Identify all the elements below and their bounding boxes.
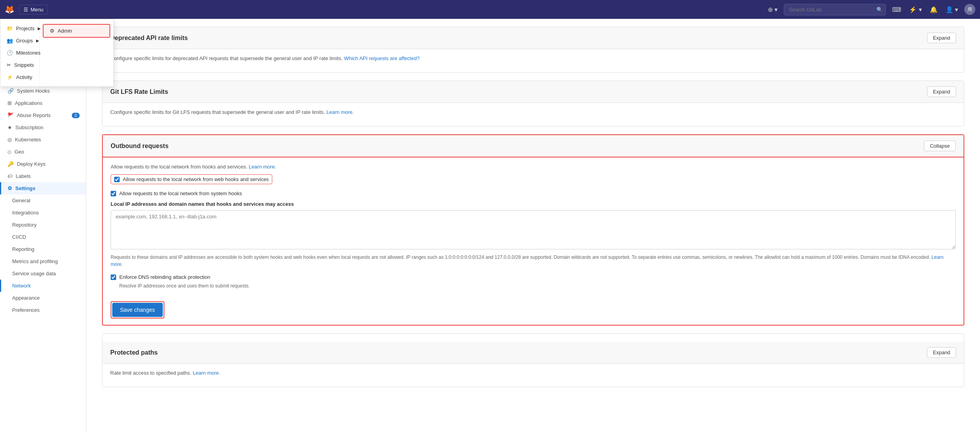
subscription-label: Subscription <box>15 124 44 130</box>
outbound-desc-text: Allow requests to the local network from… <box>111 164 247 170</box>
integrations-label: Integrations <box>12 210 39 216</box>
allow-system-hooks-checkbox[interactable] <box>111 191 116 196</box>
dns-desc: Resolve IP addresses once and uses them … <box>119 283 956 289</box>
sidebar-item-deploy-keys[interactable]: 🔑 Deploy Keys <box>0 158 86 170</box>
protected-paths-title: Protected paths <box>110 349 158 356</box>
deprecated-api-section: Deprecated API rate limits Expand Config… <box>102 27 964 73</box>
dropdown-snippets[interactable]: ✂ Snippets <box>0 59 39 71</box>
metrics-label: Metrics and profiling <box>12 258 58 264</box>
admin-label: Admin <box>58 28 72 34</box>
protected-paths-header: Protected paths Expand <box>102 342 964 364</box>
snippets-label: Snippets <box>14 62 34 68</box>
deprecated-api-expand-button[interactable]: Expand <box>927 33 956 43</box>
settings-icon: ⚙ <box>7 185 12 191</box>
milestones-label: Milestones <box>16 50 40 56</box>
protected-paths-expand-button[interactable]: Expand <box>927 347 956 358</box>
dropdown-activity[interactable]: ⚡ Activity <box>0 71 39 83</box>
checkbox-system-hooks-row: Allow requests to the local network from… <box>111 190 956 196</box>
outbound-header: Outbound requests Collapse <box>103 135 964 157</box>
dns-protection-checkbox[interactable] <box>111 275 116 280</box>
admin-box: ⚙ Admin <box>43 24 110 38</box>
groups-label: Groups <box>16 38 33 44</box>
git-lfs-expand-button[interactable]: Expand <box>927 86 956 97</box>
outbound-title: Outbound requests <box>111 143 169 150</box>
search-icon: 🔍 <box>876 7 883 13</box>
deploy-keys-icon: 🔑 <box>7 161 14 167</box>
outbound-desc: Allow requests to the local network from… <box>111 164 956 170</box>
dns-protection-row: Enforce DNS rebinding attack protection <box>111 274 956 280</box>
top-navbar: 🦊 ☰ Menu ⊕ ▾ 🔍 ⌨ ⚡ ▾ 🔔 👤 ▾ 用 <box>0 0 980 19</box>
deprecated-api-body: Configure specific limits for deprecated… <box>102 49 964 72</box>
network-label: Network <box>12 283 31 289</box>
dns-protection-label: Enforce DNS rebinding attack protection <box>119 274 210 280</box>
geo-label: Geo <box>15 149 24 155</box>
sidebar-item-kubernetes[interactable]: ◎ Kubernetes <box>0 134 86 146</box>
labels-icon: 🏷 <box>7 173 13 179</box>
outbound-body: Allow requests to the local network from… <box>103 157 964 325</box>
plus-icon[interactable]: ⊕ ▾ <box>766 4 779 15</box>
deprecated-api-header: Deprecated API rate limits Expand <box>102 27 964 49</box>
general-label: General <box>12 198 30 203</box>
kubernetes-label: Kubernetes <box>15 137 41 143</box>
sidebar-item-subscription[interactable]: ★ Subscription <box>0 121 86 134</box>
dropdown-admin[interactable]: ⚙ Admin <box>44 25 109 37</box>
outbound-collapse-button[interactable]: Collapse <box>924 141 956 151</box>
sidebar-item-service-usage[interactable]: Service usage data <box>0 267 86 280</box>
save-changes-button[interactable]: Save changes <box>112 303 163 317</box>
sidebar-item-appearance[interactable]: Appearance <box>0 292 86 304</box>
sidebar-item-geo[interactable]: ◇ Geo <box>0 146 86 158</box>
dropdown-groups[interactable]: 👥 Groups ▶ <box>0 35 39 47</box>
protected-paths-link[interactable]: Learn more. <box>193 370 220 376</box>
snippets-icon: ✂ <box>7 62 11 68</box>
sidebar-item-network[interactable]: Network <box>0 280 86 292</box>
avatar[interactable]: 用 <box>964 4 975 15</box>
allow-webhooks-checkbox[interactable] <box>114 177 120 182</box>
preferences-label: Preferences <box>12 307 40 313</box>
activity-icon: ⚡ <box>7 74 13 80</box>
bell-icon[interactable]: 🔔 <box>928 4 939 15</box>
checkbox-webhooks-row: Allow requests to the local network from… <box>111 174 272 184</box>
menu-button[interactable]: ☰ Menu <box>19 5 48 15</box>
sidebar-item-abuse-reports[interactable]: 🚩 Abuse Reports 0 <box>0 109 86 121</box>
settings-sub-group: General Integrations Repository CI/CD Re… <box>0 194 86 316</box>
merge-icon[interactable]: ⚡ ▾ <box>907 4 923 15</box>
dropdown-col1: 📁 Projects ▶ 👥 Groups ▶ 🕐 Milestones ✂ S… <box>0 19 40 86</box>
code-icon[interactable]: ⌨ <box>891 4 903 15</box>
menu-label: Menu <box>31 7 44 13</box>
sidebar-item-applications[interactable]: ⊞ Applications <box>0 97 86 109</box>
gitlab-logo-icon: 🦊 <box>5 5 15 14</box>
search-input[interactable] <box>784 4 886 15</box>
deploy-keys-label: Deploy Keys <box>17 161 46 167</box>
outbound-learn-more-link[interactable]: Learn more. <box>249 164 276 170</box>
git-lfs-title: Git LFS Rate Limits <box>110 88 168 95</box>
ip-help-text: Requests to these domains and IP address… <box>111 254 956 268</box>
sidebar-item-cicd[interactable]: CI/CD <box>0 231 86 243</box>
main-content: Deprecated API rate limits Expand Config… <box>86 19 980 432</box>
projects-icon: 📁 <box>7 26 13 31</box>
abuse-reports-icon: 🚩 <box>7 112 14 118</box>
git-lfs-header: Git LFS Rate Limits Expand <box>102 81 964 103</box>
git-lfs-link[interactable]: Learn more. <box>326 109 354 115</box>
sidebar-item-reporting[interactable]: Reporting <box>0 243 86 255</box>
sidebar-item-general[interactable]: General <box>0 194 86 207</box>
kubernetes-icon: ◎ <box>7 137 12 143</box>
user-settings-icon[interactable]: 👤 ▾ <box>944 4 960 15</box>
ip-textarea[interactable] <box>111 210 956 249</box>
geo-icon: ◇ <box>7 149 11 155</box>
dropdown-projects[interactable]: 📁 Projects ▶ <box>0 22 39 35</box>
sidebar-item-metrics-profiling[interactable]: Metrics and profiling <box>0 255 86 267</box>
applications-icon: ⊞ <box>7 100 12 106</box>
sidebar-item-preferences[interactable]: Preferences <box>0 304 86 316</box>
repository-label: Repository <box>12 222 36 228</box>
projects-label: Projects <box>16 26 35 31</box>
admin-icon: ⚙ <box>50 28 55 34</box>
sidebar-item-integrations[interactable]: Integrations <box>0 207 86 219</box>
deprecated-api-link[interactable]: Which API requests are affected? <box>344 55 420 61</box>
settings-label: Settings <box>15 185 35 191</box>
sidebar-item-labels[interactable]: 🏷 Labels <box>0 170 86 182</box>
deprecated-api-title: Deprecated API rate limits <box>110 35 188 42</box>
protected-paths-desc: Rate limit access to specified paths. Le… <box>110 370 956 376</box>
sidebar-item-repository[interactable]: Repository <box>0 219 86 231</box>
dropdown-milestones[interactable]: 🕐 Milestones <box>0 47 39 59</box>
sidebar-item-settings[interactable]: ⚙ Settings <box>0 182 86 194</box>
